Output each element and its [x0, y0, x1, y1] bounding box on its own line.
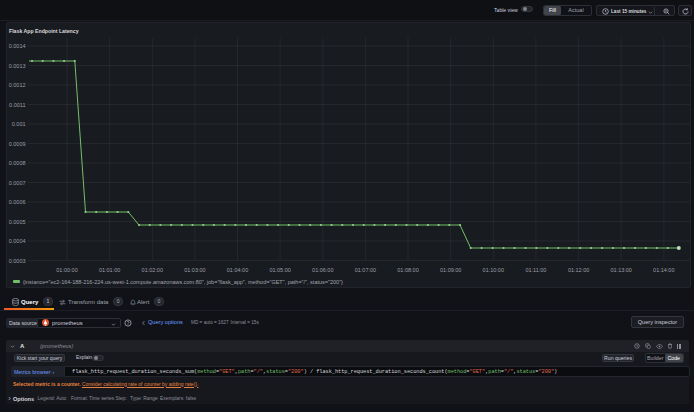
svg-text:01:11:00: 01:11:00: [525, 267, 546, 273]
svg-text:01:14:00: 01:14:00: [653, 267, 674, 273]
svg-text:01:09:00: 01:09:00: [440, 267, 461, 273]
svg-text:0.0008: 0.0008: [9, 160, 26, 166]
svg-text:0.0003: 0.0003: [9, 258, 26, 264]
svg-text:01:13:00: 01:13:00: [610, 267, 631, 273]
svg-text:01:04:00: 01:04:00: [227, 267, 248, 273]
svg-text:01:08:00: 01:08:00: [397, 267, 418, 273]
svg-text:01:01:00: 01:01:00: [99, 267, 120, 273]
svg-text:0.0005: 0.0005: [9, 219, 26, 225]
svg-text:0.0014: 0.0014: [9, 43, 26, 49]
svg-text:0.0007: 0.0007: [9, 180, 26, 186]
svg-text:01:07:00: 01:07:00: [355, 267, 376, 273]
svg-text:0.0004: 0.0004: [9, 238, 26, 244]
svg-text:01:05:00: 01:05:00: [269, 267, 290, 273]
svg-text:01:03:00: 01:03:00: [184, 267, 205, 273]
svg-text:01:02:00: 01:02:00: [142, 267, 163, 273]
svg-text:01:12:00: 01:12:00: [568, 267, 589, 273]
svg-text:01:06:00: 01:06:00: [312, 267, 333, 273]
svg-text:01:00:00: 01:00:00: [56, 267, 77, 273]
svg-text:0.0011: 0.0011: [9, 102, 25, 108]
svg-text:0.0012: 0.0012: [9, 82, 26, 88]
svg-text:01:10:00: 01:10:00: [483, 267, 504, 273]
svg-text:0.0013: 0.0013: [9, 63, 26, 69]
svg-text:0.0006: 0.0006: [9, 199, 26, 205]
svg-text:0.001: 0.001: [12, 121, 26, 127]
svg-text:0.0009: 0.0009: [9, 141, 26, 147]
